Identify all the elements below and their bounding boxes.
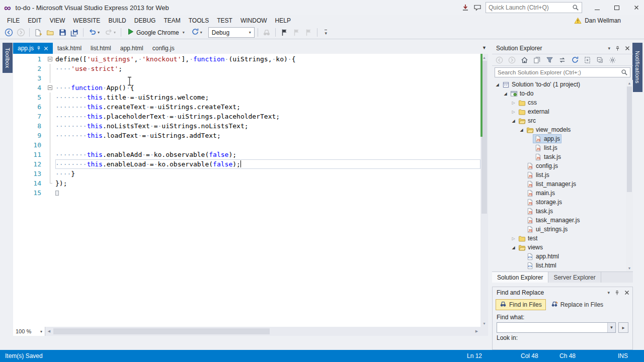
- home-button[interactable]: [519, 55, 530, 65]
- menu-item-build[interactable]: BUILD: [104, 16, 130, 26]
- redo-button[interactable]: ▾: [103, 27, 118, 38]
- start-debugging-button[interactable]: Google Chrome ▾: [124, 27, 188, 38]
- tree-item-test[interactable]: ▷test: [492, 234, 626, 243]
- breakpoint-margin[interactable]: [13, 121, 20, 131]
- editor-tab-app.html[interactable]: app.html: [116, 43, 148, 54]
- sync-with-active-document-button[interactable]: [557, 55, 568, 65]
- code-line-6[interactable]: 6········this.createText·=·uiStrings.cre…: [13, 102, 480, 112]
- tree-item-task.js[interactable]: JStask.js: [492, 152, 626, 161]
- pending-changes-filter-button[interactable]: [544, 55, 555, 65]
- collapse-arrow-icon[interactable]: ◢: [518, 128, 525, 132]
- tree-item-app.js[interactable]: JSapp.js: [492, 134, 626, 143]
- code-text[interactable]: ········this.enableLoad·=·ko.observable(…: [55, 159, 480, 169]
- menu-item-view[interactable]: VIEW: [46, 16, 69, 26]
- code-text[interactable]: [55, 73, 480, 83]
- menu-item-edit[interactable]: EDIT: [24, 16, 45, 26]
- code-line-11[interactable]: 11········this.enableAdd·=·ko.observable…: [13, 150, 480, 159]
- menu-item-website[interactable]: WEBSITE: [69, 16, 104, 26]
- tree-item-solution-to-do-1-project-[interactable]: ◢Solution 'to-do' (1 project): [492, 80, 626, 89]
- code-line-13[interactable]: 13····}: [13, 169, 480, 178]
- window-position-chevron-icon[interactable]: ▾: [607, 290, 610, 295]
- editor-tab-task.html[interactable]: task.html: [53, 43, 86, 54]
- user-account[interactable]: Dan Wellman: [585, 17, 621, 24]
- code-text[interactable]: ····function·App()·{: [55, 83, 480, 93]
- tree-item-storage.js[interactable]: JSstorage.js: [492, 198, 626, 207]
- solution-search-input[interactable]: [495, 69, 621, 75]
- breakpoint-margin[interactable]: [13, 112, 20, 121]
- window-position-chevron-icon[interactable]: ▾: [608, 46, 610, 51]
- expand-arrow-icon[interactable]: ▷: [510, 236, 517, 241]
- code-text[interactable]: ········this.enableAdd·=·ko.observable(f…: [55, 150, 480, 159]
- tree-item-views[interactable]: ◢views: [492, 243, 626, 252]
- tree-item-list.js[interactable]: JSlist.js: [492, 170, 626, 179]
- menu-item-debug[interactable]: DEBUG: [130, 16, 160, 26]
- combo-dropdown-icon[interactable]: ▼: [607, 323, 615, 332]
- code-text[interactable]: ········this.noListsText·=·uiStrings.noL…: [55, 121, 480, 131]
- quick-launch-input[interactable]: [489, 4, 572, 11]
- toggle-bookmark-button[interactable]: [279, 27, 290, 38]
- new-file-button[interactable]: [33, 27, 44, 38]
- code-line-4[interactable]: 4····function·App()·{: [13, 83, 480, 93]
- find-in-files-button[interactable]: [261, 27, 272, 38]
- tree-item-css[interactable]: ▷css: [492, 98, 626, 107]
- tree-item-src[interactable]: ◢src: [492, 116, 626, 125]
- editor-vertical-scrollbar[interactable]: ▲ ▼: [480, 54, 488, 327]
- code-text[interactable]: ········this.loadText·=·uiStrings.addTex…: [55, 131, 480, 140]
- tree-item-main.js[interactable]: JSmain.js: [492, 189, 626, 198]
- solution-configurations-dropdown[interactable]: Debug ▾: [208, 27, 255, 38]
- expand-arrow-icon[interactable]: ▷: [510, 101, 517, 105]
- pin-icon[interactable]: [615, 46, 620, 51]
- back-button[interactable]: [494, 55, 505, 65]
- tree-item-list.js[interactable]: JSlist.js: [492, 143, 626, 152]
- code-text[interactable]: ····'use·strict';: [55, 64, 480, 73]
- refresh-button[interactable]: [570, 55, 580, 65]
- code-line-8[interactable]: 8········this.noListsText·=·uiStrings.no…: [13, 121, 480, 131]
- find-what-input[interactable]: [497, 323, 607, 332]
- code-line-15[interactable]: 15: [13, 188, 480, 198]
- menu-item-file[interactable]: FILE: [3, 16, 24, 26]
- scrollbar-thumb[interactable]: [53, 328, 270, 334]
- collapse-arrow-icon[interactable]: ◢: [494, 82, 501, 87]
- pin-icon[interactable]: [614, 290, 620, 296]
- code-text[interactable]: ········this.placeholderText·=·uiStrings…: [55, 112, 480, 121]
- panel-tab-server-explorer[interactable]: Server Explorer: [548, 272, 601, 283]
- code-text[interactable]: define(['ui_strings',·'knockout'],·funct…: [55, 54, 480, 64]
- close-button[interactable]: [628, 2, 644, 14]
- tree-item-task.js[interactable]: JStask.js: [492, 207, 626, 216]
- breakpoint-margin[interactable]: [13, 54, 20, 64]
- tab-find-in-files[interactable]: Find in Files: [496, 299, 546, 310]
- switch-views-button[interactable]: [532, 55, 542, 65]
- menu-item-tools[interactable]: TOOLS: [185, 16, 213, 26]
- code-line-5[interactable]: 5········this.title·=·uiStrings.welcome;: [13, 93, 480, 102]
- pin-icon[interactable]: [36, 46, 41, 51]
- code-line-9[interactable]: 9········this.loadText·=·uiStrings.addTe…: [13, 131, 480, 140]
- search-icon[interactable]: [621, 69, 628, 76]
- close-icon[interactable]: [624, 290, 629, 295]
- code-line-12[interactable]: 12········this.enableLoad·=·ko.observabl…: [13, 159, 480, 169]
- code-line-10[interactable]: 10: [13, 140, 480, 150]
- breakpoint-margin[interactable]: [13, 169, 20, 178]
- breakpoint-margin[interactable]: [13, 102, 20, 112]
- code-line-7[interactable]: 7········this.placeholderText·=·uiString…: [13, 112, 480, 121]
- code-area[interactable]: 1define(['ui_strings',·'knockout'],·func…: [13, 54, 480, 327]
- menu-item-help[interactable]: HELP: [271, 16, 295, 26]
- editor-horizontal-scrollbar[interactable]: 100 %▾ ◀ ▶: [13, 327, 480, 336]
- document-list-chevron-icon[interactable]: ▼: [482, 45, 487, 50]
- code-text[interactable]: });: [55, 178, 480, 188]
- editor-tab-list.html[interactable]: list.html: [86, 43, 116, 54]
- code-text[interactable]: [55, 140, 480, 150]
- collapse-arrow-icon[interactable]: ◢: [510, 119, 517, 123]
- save-button[interactable]: [57, 27, 68, 38]
- breakpoint-margin[interactable]: [13, 93, 20, 102]
- menu-item-test[interactable]: TEST: [213, 16, 236, 26]
- download-updates-icon[interactable]: [461, 4, 469, 12]
- tree-item-ui_strings.js[interactable]: JSui_strings.js: [492, 225, 626, 234]
- navigate-forward-button[interactable]: [15, 27, 26, 38]
- menu-item-team[interactable]: TEAM: [159, 16, 184, 26]
- tree-item-task_manager.js[interactable]: JStask_manager.js: [492, 216, 626, 225]
- toolbar-options-button[interactable]: ▾: [320, 27, 332, 38]
- expression-builder-button[interactable]: ▸: [618, 322, 628, 333]
- close-icon[interactable]: [625, 46, 630, 51]
- tree-item-config.js[interactable]: JSconfig.js: [492, 161, 626, 170]
- editor-tab-config.js[interactable]: config.js: [148, 43, 179, 54]
